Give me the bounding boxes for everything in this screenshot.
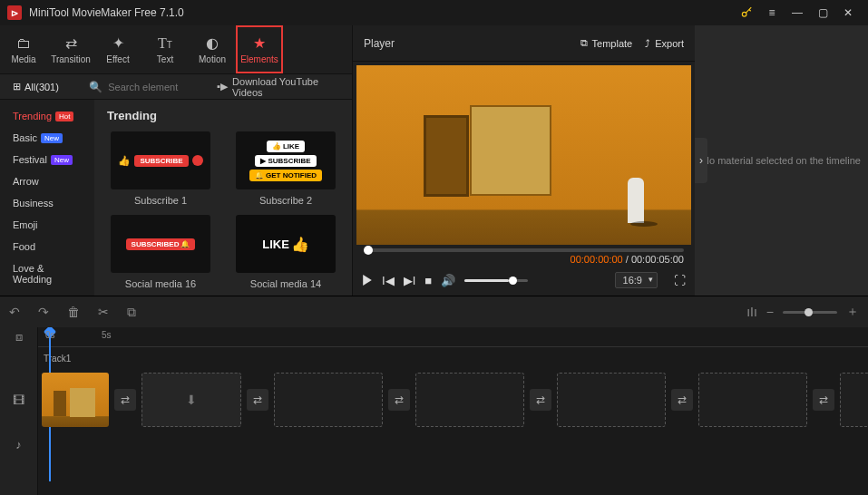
like-graphic: LIKE👍 — [262, 236, 309, 253]
volume-knob[interactable] — [509, 277, 517, 285]
time-display: 00:00:00:00 / 00:00:05:00 — [353, 252, 695, 265]
tab-label: Elements — [240, 54, 278, 64]
sidebar-item-label: Trending — [13, 111, 52, 121]
subscribed-pill: SUBSCRIBED 🔔 — [126, 238, 196, 250]
tool-tabs: 🗀 Media ⇄ Transition ✦ Effect TT Text ◐ … — [0, 25, 352, 74]
zoom-slider[interactable] — [783, 311, 837, 314]
zoom-in-button[interactable]: ＋ — [846, 304, 859, 320]
seek-bar[interactable] — [364, 248, 684, 252]
aspect-ratio-select[interactable]: 16:9 — [615, 272, 658, 288]
video-icon: ▪▶ — [217, 81, 228, 92]
tab-transition[interactable]: ⇄ Transition — [47, 25, 94, 73]
ruler-tick: 5s — [102, 330, 112, 340]
delete-button[interactable]: 🗑 — [67, 305, 80, 319]
transition-slot[interactable]: ⇄ — [114, 389, 136, 411]
element-card-social-16[interactable]: SUBSCRIBED 🔔 Social media 16 — [107, 215, 214, 289]
card-label: Subscribe 1 — [134, 195, 187, 206]
sidebar-item-love-wedding[interactable]: Love & Wedding — [0, 257, 94, 290]
sidebar-item-label: Food — [13, 241, 35, 252]
empty-clip-slot[interactable] — [274, 373, 383, 427]
fit-timeline-button[interactable]: ⧈ — [0, 327, 37, 347]
sidebar-item-trending[interactable]: Trending Hot — [0, 105, 94, 127]
tab-motion[interactable]: ◐ Motion — [189, 25, 236, 73]
no-selection-message: No material selected on the timeline — [702, 155, 861, 166]
zoom-knob[interactable] — [805, 308, 813, 316]
time-ruler[interactable]: 0s 5s — [38, 327, 868, 347]
sparkle-icon: ✦ — [112, 34, 124, 52]
fullscreen-button[interactable]: ⛶ — [674, 274, 686, 287]
element-card-social-14[interactable]: LIKE👍 Social media 14 — [232, 215, 339, 289]
preview-viewport — [356, 65, 691, 245]
redo-button[interactable]: ↷ — [38, 305, 49, 319]
stop-button[interactable]: ■ — [424, 274, 432, 287]
search-input[interactable] — [108, 82, 217, 92]
timeline: ↶ ↷ 🗑 ✂ ⧉ ıIı − ＋ ⧈ 🎞 ♪ 0s 5s — [0, 296, 868, 495]
elements-grid: Trending 👍 SUBSCRIBE Subscribe 1 👍 LIKE — [94, 100, 352, 296]
player-panel: Player ⧉ Template ⤴ Export — [352, 25, 695, 296]
app-title: MiniTool MovieMaker Free 7.1.0 — [29, 6, 184, 19]
volume-slider[interactable] — [464, 279, 528, 282]
time-current: 00:00:00:00 — [571, 254, 623, 265]
split-button[interactable]: ✂ — [98, 305, 109, 319]
transition-slot[interactable]: ⇄ — [671, 389, 693, 411]
track-name: Track1 — [38, 347, 868, 369]
time-total: 00:00:05:00 — [631, 254, 684, 265]
transition-slot[interactable]: ⇄ — [813, 389, 834, 411]
audio-toggle-icon[interactable]: ıIı — [746, 305, 757, 319]
empty-clip-slot[interactable] — [698, 373, 807, 427]
tab-effect[interactable]: ✦ Effect — [94, 25, 141, 73]
menu-icon[interactable]: ≡ — [759, 0, 785, 25]
empty-clip-slot[interactable] — [557, 373, 666, 427]
sidebar-item-label: Business — [13, 198, 54, 209]
empty-clip-slot[interactable]: ⬇ — [141, 373, 241, 427]
tab-label: Effect — [106, 54, 129, 64]
volume-icon[interactable]: 🔊 — [441, 274, 455, 287]
template-button[interactable]: ⧉ Template — [580, 37, 633, 49]
sidebar-item-basic[interactable]: Basic New — [0, 127, 94, 149]
empty-clip-slot[interactable] — [840, 373, 868, 427]
export-button[interactable]: ⤴ Export — [645, 38, 684, 49]
tab-label: Media — [11, 54, 35, 64]
notify-pill: 🔔 GET NOTIFIED — [249, 170, 322, 181]
sidebar-item-festival[interactable]: Festival New — [0, 149, 94, 170]
tab-label: Text — [157, 54, 173, 64]
sidebar-item-food[interactable]: Food — [0, 236, 94, 257]
transition-slot[interactable]: ⇄ — [388, 389, 410, 411]
expand-panel-button[interactable]: › — [695, 138, 707, 183]
zoom-out-button[interactable]: − — [766, 305, 774, 319]
tab-text[interactable]: TT Text — [141, 25, 189, 73]
crop-button[interactable]: ⧉ — [127, 305, 136, 320]
export-icon: ⤴ — [645, 38, 650, 49]
close-button[interactable]: ✕ — [835, 0, 861, 25]
element-card-subscribe-1[interactable]: 👍 SUBSCRIBE Subscribe 1 — [107, 131, 214, 206]
sidebar-item-arrow[interactable]: Arrow — [0, 170, 94, 192]
play-button[interactable] — [362, 275, 373, 286]
video-track[interactable]: ⇄ ⬇ ⇄ ⇄ ⇄ ⇄ ⇄ ⇄ — [38, 369, 868, 431]
sidebar-all-item[interactable]: ⊞ All(301) — [0, 81, 89, 92]
sidebar-item-mood[interactable]: Mood — [0, 290, 94, 296]
sidebar-item-emoji[interactable]: Emoji — [0, 214, 94, 236]
audio-track[interactable] — [38, 431, 868, 458]
element-card-subscribe-2[interactable]: 👍 LIKE ▶ SUBSCRIBE 🔔 GET NOTIFIED Subscr… — [232, 131, 339, 206]
tab-elements[interactable]: ★ Elements — [236, 25, 283, 73]
minimize-button[interactable]: — — [785, 0, 810, 25]
title-bar: ⊳ MiniTool MovieMaker Free 7.1.0 ≡ — ▢ ✕ — [0, 0, 868, 25]
empty-clip-slot[interactable] — [415, 373, 524, 427]
undo-button[interactable]: ↶ — [9, 305, 20, 319]
key-icon[interactable] — [734, 0, 759, 25]
hot-badge: Hot — [55, 112, 73, 121]
prev-frame-button[interactable]: I◀ — [382, 274, 395, 287]
transition-slot[interactable]: ⇄ — [247, 389, 268, 411]
sidebar-item-business[interactable]: Business — [0, 192, 94, 214]
video-clip[interactable] — [42, 373, 109, 427]
transition-slot[interactable]: ⇄ — [530, 389, 551, 411]
sidebar-item-label: Emoji — [13, 219, 38, 230]
tab-media[interactable]: 🗀 Media — [0, 25, 47, 73]
download-videos-link[interactable]: ▪▶ Download YouTube Videos — [217, 76, 352, 98]
tab-label: Transition — [51, 54, 91, 64]
next-frame-button[interactable]: ▶I — [404, 274, 416, 287]
ratio-value: 16:9 — [623, 275, 642, 286]
maximize-button[interactable]: ▢ — [810, 0, 835, 25]
tab-label: Motion — [199, 54, 226, 64]
seek-handle[interactable] — [364, 246, 373, 255]
